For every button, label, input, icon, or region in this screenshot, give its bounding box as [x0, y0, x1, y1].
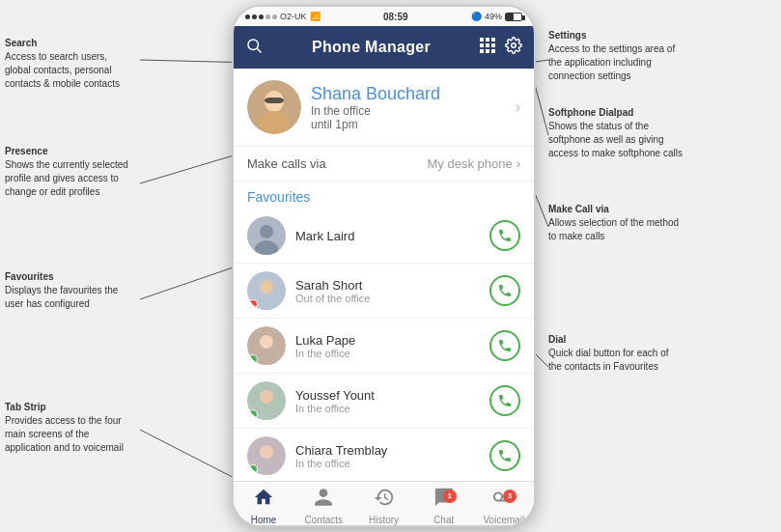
svg-rect-13	[480, 43, 484, 47]
status-left: O2-UK 📶	[245, 12, 321, 21]
annotation-presence: Presence Shows the currently selected pr…	[5, 145, 130, 199]
tab-bar: Home Contacts History 1 Chat 3 Voicemail	[234, 481, 534, 527]
tab-history[interactable]: History	[353, 487, 413, 525]
tab-chat[interactable]: 1 Chat	[414, 487, 474, 525]
svg-rect-15	[491, 43, 495, 47]
call-button[interactable]	[489, 385, 520, 416]
contact-avatar	[247, 436, 286, 475]
tab-label-chat: Chat	[433, 515, 454, 525]
contact-name: Luka Pape	[295, 333, 480, 348]
tab-label-voicemail: Voicemail	[484, 515, 525, 525]
annotation-favourites: Favourites Displays the favourites the u…	[5, 270, 130, 311]
svg-point-28	[260, 280, 273, 294]
battery-indicator	[505, 13, 522, 21]
svg-point-37	[260, 445, 273, 459]
contacts-list: Mark Laird Sarah Short Out of the office	[234, 209, 534, 481]
app-title: Phone Manager	[312, 39, 431, 56]
tab-icon-history	[374, 487, 395, 513]
profile-status-line2: until 1pm	[311, 118, 506, 131]
carrier-label: O2-UK	[280, 12, 307, 21]
tab-icon-contacts	[313, 487, 334, 513]
profile-info: Shana Bouchard In the office until 1pm	[311, 84, 506, 131]
grid-icon[interactable]	[480, 38, 495, 57]
svg-point-25	[260, 225, 273, 238]
contact-item[interactable]: Chiara Tremblay In the office	[234, 429, 534, 481]
contact-name: Chiara Tremblay	[295, 443, 480, 458]
contact-avatar	[247, 381, 286, 420]
battery-label: 49%	[485, 12, 502, 21]
app-header: Phone Manager	[234, 26, 534, 69]
svg-point-31	[260, 335, 273, 349]
call-button[interactable]	[489, 275, 520, 306]
profile-name: Shana Bouchard	[311, 84, 506, 104]
annotation-search: Search Access to search users, global co…	[5, 37, 130, 91]
contact-item[interactable]: Sarah Short Out of the office	[234, 264, 534, 319]
signal-dots	[245, 14, 277, 19]
header-right-icons	[480, 37, 522, 58]
make-calls-value: My desk phone ›	[427, 156, 520, 171]
call-button[interactable]	[489, 330, 520, 361]
make-calls-label: Make calls via	[247, 156, 326, 171]
bluetooth-icon: 🔵	[471, 12, 482, 21]
profile-chevron-icon: ›	[516, 98, 520, 116]
annotation-dial: Dial Quick dial button for each of the c…	[548, 333, 683, 374]
svg-rect-23	[265, 98, 284, 103]
content-area: Shana Bouchard In the office until 1pm ›…	[234, 69, 534, 481]
svg-rect-18	[491, 49, 495, 53]
svg-rect-17	[486, 49, 489, 53]
tab-label-history: History	[369, 515, 399, 525]
svg-rect-10	[480, 38, 484, 42]
svg-point-8	[248, 40, 259, 50]
tab-badge-chat: 1	[443, 490, 457, 503]
annotation-softphone: Softphone Dialpad Shows the status of th…	[548, 106, 683, 160]
tab-contacts[interactable]: Contacts	[293, 487, 353, 525]
tab-icon-home	[253, 487, 274, 513]
make-calls-row[interactable]: Make calls via My desk phone ›	[234, 147, 534, 182]
wifi-icon: 📶	[310, 12, 321, 21]
profile-status-line1: In the office	[311, 104, 506, 118]
favourites-title: Favourites	[234, 182, 534, 209]
contact-name: Mark Laird	[295, 229, 480, 243]
contact-info: Sarah Short Out of the office	[295, 278, 480, 304]
svg-point-19	[512, 43, 516, 48]
phone-frame: O2-UK 📶 08:59 🔵 49% Phone Manager	[232, 5, 536, 527]
call-button[interactable]	[489, 220, 520, 251]
profile-avatar	[247, 80, 301, 134]
svg-line-9	[257, 48, 262, 53]
annotation-make-call-via: Make Call via Allows selection of the me…	[548, 203, 683, 243]
contact-subtitle: In the office	[295, 403, 480, 414]
svg-rect-14	[486, 43, 489, 47]
contact-avatar	[247, 216, 286, 255]
contact-info: Chiara Tremblay In the office	[295, 443, 480, 469]
header-left-icons	[245, 37, 263, 58]
contact-avatar	[247, 271, 286, 310]
svg-rect-12	[491, 38, 495, 42]
call-button[interactable]	[489, 440, 520, 471]
contact-item[interactable]: Youssef Yount In the office	[234, 374, 534, 429]
tab-home[interactable]: Home	[234, 487, 293, 525]
contact-item[interactable]: Mark Laird	[234, 209, 534, 264]
contact-subtitle: Out of the office	[295, 293, 480, 304]
search-icon[interactable]	[245, 37, 263, 58]
contact-info: Mark Laird	[295, 229, 480, 243]
contact-info: Luka Pape In the office	[295, 333, 480, 359]
svg-point-22	[259, 111, 290, 134]
contact-name: Sarah Short	[295, 278, 480, 293]
contact-subtitle: In the office	[295, 458, 480, 469]
contact-item[interactable]: Luka Pape In the office	[234, 319, 534, 374]
tab-badge-voicemail: 3	[503, 490, 516, 503]
svg-rect-16	[480, 49, 484, 53]
svg-point-34	[260, 390, 273, 404]
profile-section[interactable]: Shana Bouchard In the office until 1pm ›	[234, 69, 534, 147]
status-time: 08:59	[383, 12, 408, 22]
settings-icon[interactable]	[505, 37, 522, 58]
tab-voicemail[interactable]: 3 Voicemail	[474, 487, 534, 525]
contact-info: Youssef Yount In the office	[295, 388, 480, 414]
contact-name: Youssef Yount	[295, 388, 480, 403]
status-bar: O2-UK 📶 08:59 🔵 49%	[234, 7, 534, 26]
annotation-tab-strip: Tab Strip Provides access to the four ma…	[5, 401, 130, 455]
make-calls-chevron: ›	[516, 156, 520, 171]
svg-rect-11	[486, 38, 489, 42]
tab-label-home: Home	[251, 515, 277, 525]
status-right: 🔵 49%	[471, 12, 522, 21]
